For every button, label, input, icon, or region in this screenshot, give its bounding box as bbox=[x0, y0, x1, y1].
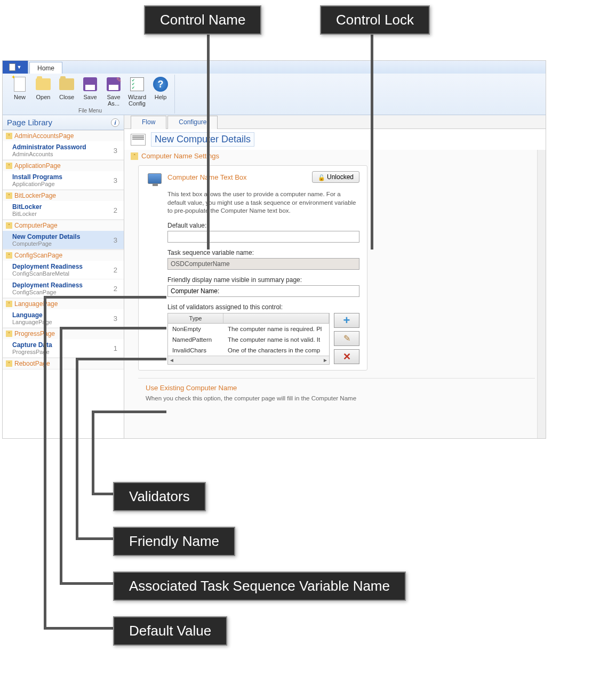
sidebar-item[interactable]: LanguageLanguagePage3 bbox=[3, 309, 124, 328]
sidebar-section-header[interactable]: ˄BitLockerPage bbox=[3, 190, 124, 201]
callout-line bbox=[60, 327, 62, 584]
chevron-up-icon: ˄ bbox=[6, 301, 12, 307]
field-label: Task sequence variable name: bbox=[167, 249, 359, 256]
sidebar-section-header[interactable]: ˄ConfigScanPage bbox=[3, 250, 124, 261]
validators-col-msg[interactable] bbox=[223, 313, 329, 323]
callout-line bbox=[60, 327, 166, 329]
tab-flow[interactable]: Flow bbox=[131, 116, 166, 129]
document-icon bbox=[9, 63, 15, 71]
titlebar: ▼ Home bbox=[3, 61, 546, 74]
item-title: Administrator Password bbox=[12, 143, 86, 151]
app-window: ▼ Home New Open Close bbox=[2, 60, 546, 439]
help-icon: ? bbox=[153, 77, 168, 92]
callout-line bbox=[76, 358, 78, 540]
close-button[interactable]: Close bbox=[55, 75, 78, 108]
item-subtitle: ApplicationPage bbox=[12, 181, 62, 187]
sidebar-item[interactable]: Capture DataProgressPage1 bbox=[3, 339, 124, 358]
config-area: ˄ Computer Name Settings Computer Name T… bbox=[124, 150, 546, 438]
sidebar-section-header[interactable]: ˄ProgressPage bbox=[3, 328, 124, 339]
sidebar-item[interactable]: Deployment ReadinessConfigScanPage2 bbox=[3, 279, 124, 298]
vertical-scrollbar[interactable] bbox=[537, 150, 546, 438]
tab-home[interactable]: Home bbox=[29, 62, 62, 74]
item-title: Install Programs bbox=[12, 173, 62, 181]
friendly-name-input[interactable] bbox=[167, 285, 359, 297]
computer-icon bbox=[146, 171, 163, 186]
validator-row[interactable]: NamedPatternThe computer name is not val… bbox=[168, 334, 329, 345]
item-count: 2 bbox=[114, 206, 119, 214]
file-menu-button[interactable]: ▼ bbox=[3, 61, 28, 74]
sidebar-item[interactable]: BitLockerBitLocker2 bbox=[3, 201, 124, 220]
horizontal-scrollbar[interactable]: ◄► bbox=[168, 356, 329, 364]
delete-validator-button[interactable]: ✕ bbox=[334, 349, 359, 364]
lock-toggle-button[interactable]: Unlocked bbox=[312, 171, 359, 183]
item-count: 2 bbox=[114, 266, 119, 274]
validator-row[interactable]: NonEmptyThe computer name is required. P… bbox=[168, 324, 329, 334]
x-icon: ✕ bbox=[343, 351, 351, 363]
edit-validator-button[interactable]: ✎ bbox=[334, 331, 359, 346]
sidebar-list[interactable]: ˄AdminAccountsPageAdministrator Password… bbox=[3, 130, 124, 438]
sidebar-section: ˄ComputerPageNew Computer DetailsCompute… bbox=[3, 220, 124, 250]
validator-row[interactable]: InvalidCharsOne of the characters in the… bbox=[168, 345, 329, 356]
validators-table[interactable]: Type NonEmptyThe computer name is requir… bbox=[167, 313, 330, 365]
next-section-title: Use Existing Computer Name bbox=[146, 384, 527, 392]
help-button[interactable]: ? Help bbox=[149, 75, 172, 108]
default-value-field: Default value: bbox=[167, 222, 359, 243]
ts-variable-input[interactable] bbox=[167, 258, 359, 270]
section-name: ApplicationPage bbox=[14, 162, 61, 170]
item-title: Deployment Readiness bbox=[12, 263, 83, 270]
ribbon: New Open Close Save Save As... bbox=[3, 74, 546, 115]
chevron-up-icon: ˄ bbox=[6, 163, 12, 169]
friendly-name-field: Friendly display name visible in summary… bbox=[167, 276, 359, 297]
control-description: This text box allows the user to provide… bbox=[167, 190, 359, 215]
save-button[interactable]: Save bbox=[78, 75, 102, 108]
page-header: New Computer Details bbox=[124, 129, 546, 150]
callout-control-name: Control Name bbox=[144, 5, 261, 35]
save-as-button[interactable]: Save As... bbox=[102, 75, 125, 108]
sub-tabs: Flow Configure bbox=[124, 115, 546, 129]
item-title: New Computer Details bbox=[12, 233, 80, 240]
sidebar-item[interactable]: Install ProgramsApplicationPage3 bbox=[3, 171, 124, 190]
validator-message: One of the characters in the comp bbox=[223, 346, 329, 355]
callout-control-lock: Control Lock bbox=[320, 5, 430, 35]
callout-line bbox=[92, 493, 113, 495]
sidebar-section: ˄ProgressPageCapture DataProgressPage1 bbox=[3, 328, 124, 358]
item-title: Deployment Readiness bbox=[12, 281, 83, 289]
validators-col-type[interactable]: Type bbox=[168, 313, 223, 323]
chevron-up-icon: ˄ bbox=[6, 331, 12, 337]
section-name: LanguagePage bbox=[14, 300, 58, 308]
callout-line bbox=[76, 537, 113, 540]
sidebar: Page Library i ˄AdminAccountsPageAdminis… bbox=[3, 115, 124, 438]
main-area: Page Library i ˄AdminAccountsPageAdminis… bbox=[3, 115, 546, 438]
sidebar-item[interactable]: New Computer DetailsComputerPage3 bbox=[3, 231, 124, 250]
pencil-icon: ✎ bbox=[343, 333, 350, 343]
section-name: ProgressPage bbox=[14, 330, 55, 337]
info-icon[interactable]: i bbox=[111, 118, 119, 127]
section-name: AdminAccountsPage bbox=[14, 132, 74, 140]
callout-line bbox=[92, 411, 94, 495]
item-count: 2 bbox=[114, 285, 119, 293]
sidebar-section-header[interactable]: ˄LanguagePage bbox=[3, 299, 124, 309]
next-section-text: When you check this option, the computer… bbox=[146, 395, 527, 401]
new-button[interactable]: New bbox=[8, 75, 31, 108]
callout-line bbox=[60, 582, 113, 585]
plus-icon: + bbox=[343, 313, 350, 327]
item-count: 3 bbox=[114, 236, 119, 244]
wizard-config-button[interactable]: Wizard Config bbox=[125, 75, 149, 108]
sidebar-section-header[interactable]: ˄AdminAccountsPage bbox=[3, 131, 124, 141]
sidebar-section-header[interactable]: ˄ApplicationPage bbox=[3, 160, 124, 171]
callout-line bbox=[76, 358, 166, 360]
sidebar-item[interactable]: Administrator PasswordAdminAccounts3 bbox=[3, 141, 124, 160]
section-name: BitLockerPage bbox=[14, 192, 56, 199]
section-header[interactable]: ˄ Computer Name Settings bbox=[131, 150, 535, 162]
sidebar-section: ˄ApplicationPageInstall ProgramsApplicat… bbox=[3, 160, 124, 190]
callout-friendly-name: Friendly Name bbox=[113, 527, 235, 556]
tab-configure[interactable]: Configure bbox=[167, 116, 218, 129]
add-validator-button[interactable]: + bbox=[334, 313, 359, 328]
page-title: New Computer Details bbox=[151, 132, 254, 147]
callout-validators: Validators bbox=[113, 482, 206, 511]
default-value-input[interactable] bbox=[167, 231, 359, 243]
open-button[interactable]: Open bbox=[31, 75, 55, 108]
sidebar-section-header[interactable]: ˄ComputerPage bbox=[3, 220, 124, 231]
sidebar-item[interactable]: Deployment ReadinessConfigScanBareMetal2 bbox=[3, 261, 124, 279]
chevron-down-icon: ▼ bbox=[17, 65, 22, 70]
